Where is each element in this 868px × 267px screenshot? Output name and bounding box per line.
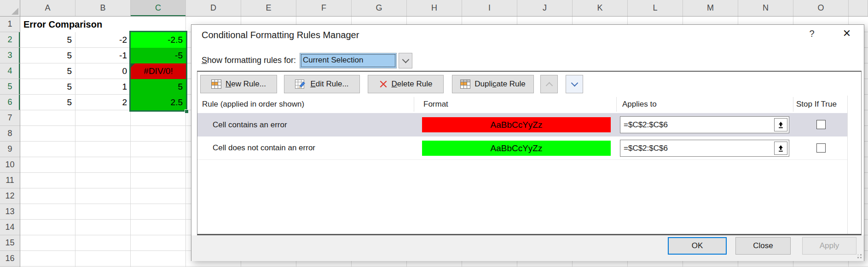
cell-B6[interactable]: 2 [75, 95, 130, 110]
row-header-4[interactable]: 4 [0, 63, 20, 79]
edit-rule-button[interactable]: Edit Rule... [284, 75, 360, 93]
column-header-L[interactable]: L [628, 0, 683, 16]
column-headers: ABCDEFGHIJKLMNO [20, 0, 868, 17]
new-rule-button[interactable]: New Rule... [200, 75, 277, 93]
column-header-D[interactable]: D [186, 0, 241, 16]
column-header-H[interactable]: H [407, 0, 462, 16]
chevron-up-icon [545, 82, 553, 89]
rule-row[interactable]: Cell does not contain an error AaBbCcYyZ… [197, 136, 847, 160]
edit-rule-pencil-icon [295, 80, 306, 89]
column-header-N[interactable]: N [738, 0, 793, 16]
fill-handle[interactable] [185, 109, 189, 114]
column-header-partial[interactable] [849, 0, 868, 16]
delete-rule-button[interactable]: Delete Rule [368, 75, 444, 93]
row-header-13[interactable]: 13 [0, 204, 20, 220]
scope-combobox: Current Selection [300, 53, 412, 68]
cell-B5[interactable]: 1 [75, 79, 130, 95]
cell-C4[interactable]: #DIV/0! [131, 63, 186, 79]
row-header-9[interactable]: 9 [0, 142, 20, 157]
cell-B3[interactable]: -1 [75, 48, 130, 63]
column-header-G[interactable]: G [352, 0, 407, 16]
cell-A3[interactable]: 5 [20, 48, 75, 63]
collapse-dialog-arrow-icon [778, 145, 784, 152]
rule-format-preview: AaBbCcYyZz [422, 141, 611, 156]
delete-rule-label: Delete Rule [392, 80, 433, 89]
cell-C2[interactable]: -2.5 [131, 32, 186, 48]
close-icon[interactable]: ✕ [839, 28, 855, 40]
apply-button-disabled[interactable]: Apply [802, 237, 856, 255]
rule-name: Cell contains an error [213, 113, 287, 136]
row-header-14[interactable]: 14 [0, 220, 20, 235]
duplicate-rule-label: Duplicate Rule [475, 80, 526, 89]
row-header-5[interactable]: 5 [0, 79, 20, 95]
row-headers: 12345678910111213141516 [0, 17, 20, 267]
show-rules-label: Show formatting rules for: [202, 56, 296, 65]
cell-A2[interactable]: 5 [20, 32, 75, 48]
scope-dropdown-button[interactable] [399, 53, 412, 68]
row-header-16[interactable]: 16 [0, 251, 20, 267]
row-header-11[interactable]: 11 [0, 173, 20, 188]
stop-if-true-checkbox[interactable] [816, 120, 826, 129]
new-rule-label: New Rule... [226, 80, 266, 89]
duplicate-rule-button[interactable]: Duplicate Rule [452, 75, 534, 93]
cell-C3[interactable]: -5 [131, 48, 186, 63]
dialog-titlebar[interactable]: Conditional Formatting Rules Manager ? ✕ [191, 25, 864, 46]
cell-B2[interactable]: -2 [75, 32, 130, 48]
column-header-B[interactable]: B [75, 0, 131, 16]
row-header-2[interactable]: 2 [0, 32, 20, 48]
cell-A4[interactable]: 5 [20, 63, 75, 79]
row-header-8[interactable]: 8 [0, 126, 20, 142]
column-header-stop-if-true: Stop If True [796, 96, 837, 113]
collapse-dialog-button[interactable] [774, 118, 787, 131]
column-header-M[interactable]: M [683, 0, 738, 16]
column-header-K[interactable]: K [573, 0, 628, 16]
column-header-rule: Rule (applied in order shown) [202, 96, 304, 113]
error-indicator-icon [131, 63, 135, 68]
move-rule-down-button[interactable] [566, 75, 583, 93]
applies-to-input[interactable]: =$C$2:$C$6 [620, 140, 789, 157]
list-gutter-divider [847, 96, 848, 234]
column-header-E[interactable]: E [241, 0, 296, 16]
cell-A5[interactable]: 5 [20, 79, 75, 95]
row-header-7[interactable]: 7 [0, 110, 20, 126]
cell-A6[interactable]: 5 [20, 95, 75, 110]
duplicate-rule-table-icon [460, 80, 470, 89]
ok-button[interactable]: OK [668, 237, 727, 255]
column-header-I[interactable]: I [462, 0, 517, 16]
close-button[interactable]: Close [735, 237, 791, 255]
row-header-15[interactable]: 15 [0, 235, 20, 251]
column-header-C[interactable]: C [131, 0, 186, 16]
column-header-J[interactable]: J [517, 0, 573, 16]
dialog-title: Conditional Formatting Rules Manager [202, 30, 359, 40]
help-icon[interactable]: ? [805, 28, 818, 39]
collapse-dialog-arrow-icon [778, 121, 784, 129]
select-all-corner[interactable] [0, 0, 20, 17]
row-header-1[interactable]: 1 [0, 17, 20, 32]
stop-if-true-checkbox[interactable] [816, 143, 826, 153]
cell-C6[interactable]: 2.5 [131, 95, 186, 110]
cell-A1[interactable]: Error Comparison [20, 17, 131, 32]
column-header-O[interactable]: O [793, 0, 849, 16]
column-divider [793, 97, 793, 112]
column-divider [414, 97, 414, 112]
move-rule-up-button[interactable] [540, 75, 558, 93]
scope-combobox-value[interactable]: Current Selection [300, 53, 397, 68]
column-header-F[interactable]: F [296, 0, 352, 16]
resize-grip[interactable] [856, 252, 862, 259]
cell-B4[interactable]: 0 [75, 63, 130, 79]
excel-workspace: ABCDEFGHIJKLMNO 12345678910111213141516 … [0, 0, 868, 267]
applies-to-input[interactable]: =$C$2:$C$6 [620, 116, 789, 133]
delete-x-icon [379, 80, 388, 88]
applies-to-value: =$C$2:$C$6 [624, 144, 668, 153]
collapse-dialog-button[interactable] [774, 142, 787, 155]
cell-C5[interactable]: 5 [131, 79, 186, 95]
chevron-down-icon [402, 56, 409, 63]
row-header-3[interactable]: 3 [0, 48, 20, 63]
row-header-10[interactable]: 10 [0, 157, 20, 173]
column-header-A[interactable]: A [20, 0, 75, 16]
rule-row[interactable]: Cell contains an error AaBbCcYyZz =$C$2:… [197, 113, 847, 136]
row-header-6[interactable]: 6 [0, 95, 20, 110]
column-header-applies-to: Applies to [622, 96, 657, 113]
rule-name: Cell does not contain an error [213, 136, 315, 159]
row-header-12[interactable]: 12 [0, 188, 20, 204]
